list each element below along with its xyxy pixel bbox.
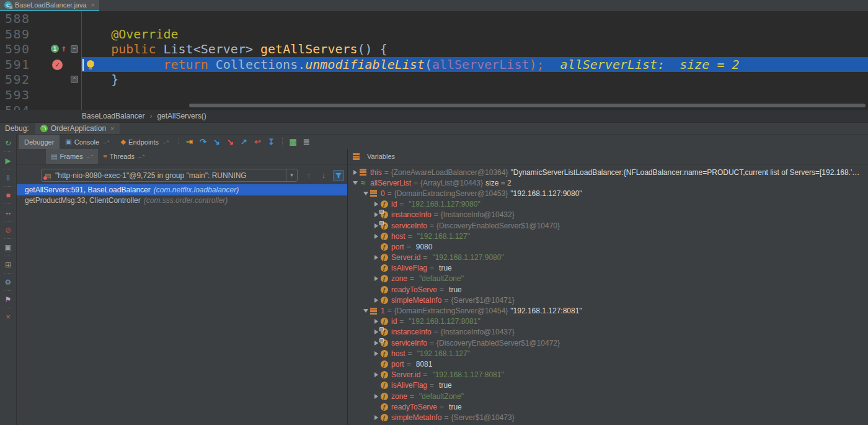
close-session-icon[interactable]: × bbox=[110, 125, 114, 132]
layout-settings-icon[interactable]: ≣ bbox=[300, 136, 314, 148]
expand-toggle[interactable] bbox=[372, 255, 380, 260]
variable-row[interactable]: fServer.id="192.168.1.127:8081" bbox=[348, 370, 868, 380]
step-out-icon[interactable]: ↗ bbox=[237, 136, 251, 148]
variable-row[interactable]: fhost="192.168.1.127" bbox=[348, 348, 868, 359]
variable-row[interactable]: fserviceInfo={DiscoveryEnabledServer$1@1… bbox=[348, 220, 868, 231]
variable-value: true bbox=[449, 403, 462, 411]
tab-frames[interactable]: ▤Frames→* bbox=[46, 149, 98, 164]
horizontal-scrollbar[interactable] bbox=[189, 104, 866, 107]
tab-threads[interactable]: ≡Threads→* bbox=[98, 149, 149, 164]
expand-toggle[interactable] bbox=[372, 319, 380, 324]
editor-tab[interactable]: C BaseLoadBalancer.java × bbox=[0, 0, 99, 11]
editor-gutter[interactable]: 593 bbox=[0, 87, 81, 103]
variable-row[interactable]: fisAliveFlag=true bbox=[348, 263, 868, 274]
expand-toggle[interactable] bbox=[372, 298, 380, 303]
overrides-method-icon[interactable]: ↑ bbox=[61, 43, 66, 54]
editor-gutter[interactable]: 594 bbox=[0, 103, 81, 110]
code-text[interactable] bbox=[81, 87, 868, 103]
variable-row[interactable]: fport=8081 bbox=[348, 359, 868, 369]
expand-toggle[interactable] bbox=[372, 202, 380, 207]
step-into-icon[interactable]: ↘ bbox=[210, 136, 224, 148]
evaluate-expression-icon[interactable]: ▦ bbox=[286, 136, 300, 148]
breakpoint-icon[interactable]: ✓ bbox=[52, 60, 63, 70]
expand-toggle[interactable] bbox=[351, 170, 359, 175]
hide-library-frames-icon[interactable] bbox=[333, 170, 344, 181]
stack-frame-row[interactable]: getProductMsg:33, ClientController(com.s… bbox=[17, 195, 347, 207]
next-frame-icon[interactable]: ↓ bbox=[318, 170, 329, 181]
variable-row[interactable]: ≈allServerList={ArrayList@10443}size = 2 bbox=[348, 177, 868, 188]
expand-toggle[interactable] bbox=[372, 415, 380, 420]
variable-row[interactable]: fid="192.168.1.127:8081" bbox=[348, 316, 868, 327]
fold-end-icon[interactable]: ⌃ bbox=[71, 76, 78, 83]
variable-row[interactable]: freadyToServe=true bbox=[348, 401, 868, 412]
fold-collapse-icon[interactable]: − bbox=[71, 45, 78, 53]
expand-toggle[interactable] bbox=[372, 276, 380, 281]
close-tab-icon[interactable]: × bbox=[91, 1, 95, 9]
expand-toggle[interactable] bbox=[361, 309, 370, 313]
variable-row[interactable]: finstanceInfo={InstanceInfo@10432} bbox=[348, 210, 868, 220]
variable-row[interactable]: 1={DomainExtractingServer@10454}"192.168… bbox=[348, 305, 868, 316]
intention-bulb-icon[interactable] bbox=[87, 60, 94, 68]
breadcrumb-item[interactable]: getAllServers() bbox=[157, 112, 206, 120]
variable-row[interactable]: 0={DomainExtractingServer@10453}"192.168… bbox=[348, 188, 868, 199]
expand-toggle[interactable] bbox=[351, 181, 359, 185]
code-text[interactable]: public List<Server> getAllServers() { bbox=[81, 42, 868, 57]
tab-endpoints[interactable]: ◆Endpoints→* bbox=[115, 135, 175, 149]
tab-console[interactable]: ▣Console→* bbox=[60, 135, 115, 149]
drop-frame-icon[interactable]: ↩ bbox=[251, 136, 265, 148]
code-text[interactable]: return Collections.unmodifiableList(allS… bbox=[81, 57, 868, 73]
variable-row[interactable]: fhost="192.168.1.127" bbox=[348, 231, 868, 241]
force-step-into-icon[interactable]: ↘ bbox=[224, 136, 237, 148]
close-icon[interactable]: × bbox=[0, 310, 16, 324]
restore-layout-icon[interactable]: ⊞ bbox=[0, 257, 16, 272]
expand-toggle[interactable] bbox=[372, 234, 380, 239]
expand-toggle[interactable] bbox=[372, 351, 380, 356]
editor-gutter[interactable]: 589 bbox=[0, 27, 81, 42]
editor-gutter[interactable]: 592⌃ bbox=[0, 72, 81, 87]
variable-row[interactable]: this={ZoneAwareLoadBalancer@10364}"Dynam… bbox=[348, 167, 868, 177]
variable-row[interactable]: fsimpleMetaInfo={Server$1@10471} bbox=[348, 295, 868, 305]
editor-gutter[interactable]: 5901↑− bbox=[0, 42, 81, 57]
stack-frame-row[interactable]: getAllServers:591, BaseLoadBalancer(com.… bbox=[17, 184, 347, 195]
code-text[interactable]: } bbox=[81, 72, 868, 87]
editor-gutter[interactable]: 588 bbox=[0, 11, 81, 27]
equals-sign: = bbox=[430, 264, 434, 272]
expand-toggle[interactable] bbox=[372, 372, 380, 377]
variable-row[interactable]: fport=9080 bbox=[348, 241, 868, 252]
breadcrumb-item[interactable]: BaseLoadBalancer bbox=[82, 112, 144, 120]
variable-row[interactable]: fisAliveFlag=true bbox=[348, 380, 868, 391]
mute-breakpoints-icon[interactable]: ⊘ bbox=[0, 223, 16, 238]
variable-row[interactable]: fsimpleMetaInfo={Server$1@10473} bbox=[348, 412, 868, 423]
thread-selector[interactable]: ▤ "http-nio-8080-exec-1"@9,725 in group … bbox=[41, 169, 298, 182]
thread-dump-icon[interactable]: ▣ bbox=[0, 240, 16, 255]
variable-reference: {DiscoveryEnabledServer$1@10472} bbox=[436, 339, 560, 347]
resume-icon[interactable]: ▶ bbox=[0, 153, 16, 168]
previous-frame-icon[interactable]: ↑ bbox=[303, 170, 314, 181]
tab-debugger[interactable]: Debugger bbox=[19, 135, 60, 149]
variable-row[interactable]: fzone="defaultZone" bbox=[348, 274, 868, 284]
variable-row[interactable]: finstanceInfo={InstanceInfo@10437} bbox=[348, 327, 868, 338]
variable-row[interactable]: fServer.id="192.168.1.127:9080" bbox=[348, 253, 868, 263]
expand-toggle[interactable] bbox=[361, 192, 370, 195]
stop-icon[interactable]: ■ bbox=[0, 188, 16, 203]
step-over-icon[interactable]: ↷ bbox=[197, 136, 210, 148]
code-editor[interactable]: 588589 @Override5901↑− public List<Serve… bbox=[0, 11, 868, 110]
show-execution-point-icon[interactable]: ⇥ bbox=[183, 136, 197, 148]
implementing-method-icon[interactable]: 1 bbox=[51, 45, 59, 53]
variable-row[interactable]: fzone="defaultZone" bbox=[348, 391, 868, 401]
rerun-icon[interactable]: ↻ bbox=[0, 136, 16, 151]
debug-session-tab[interactable]: OrderApplication × bbox=[35, 123, 120, 134]
variable-row[interactable]: fserviceInfo={DiscoveryEnabledServer$1@1… bbox=[348, 338, 868, 348]
pin-icon[interactable]: ⚑ bbox=[0, 292, 16, 307]
run-to-cursor-icon[interactable]: ↧ bbox=[265, 136, 278, 148]
view-breakpoints-icon[interactable]: ●● bbox=[0, 205, 16, 220]
code-text[interactable]: @Override bbox=[81, 27, 868, 42]
editor-gutter[interactable]: 591✓ bbox=[0, 57, 81, 73]
settings-icon[interactable]: ⚙ bbox=[0, 275, 16, 290]
chevron-down-icon[interactable]: ▼ bbox=[286, 169, 297, 181]
code-text[interactable] bbox=[81, 11, 868, 27]
expand-toggle[interactable] bbox=[372, 394, 380, 399]
variable-row[interactable]: freadyToServe=true bbox=[348, 284, 868, 295]
variable-row[interactable]: fid="192.168.1.127:9080" bbox=[348, 199, 868, 210]
pause-icon[interactable]: Ⅱ bbox=[0, 171, 16, 186]
